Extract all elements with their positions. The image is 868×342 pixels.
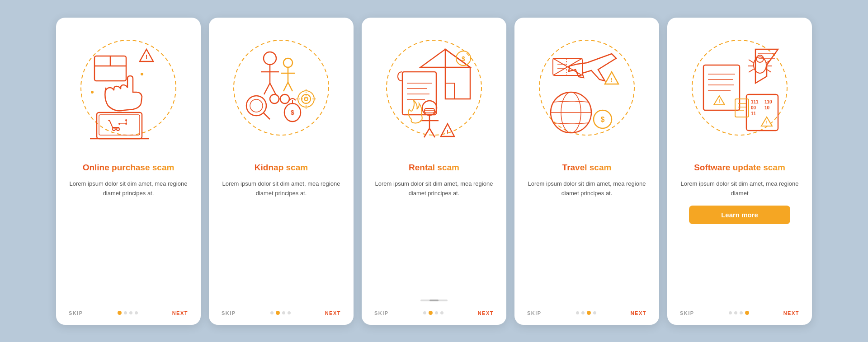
svg-rect-7: [99, 115, 140, 135]
dot-1: [270, 311, 274, 314]
card-4-dots: [576, 311, 596, 315]
svg-point-9: [117, 128, 119, 131]
svg-text:$: $: [601, 116, 605, 123]
card-2-next[interactable]: NEXT: [325, 310, 341, 316]
svg-line-82: [749, 60, 754, 63]
card-3-illustration: $ !: [362, 18, 506, 158]
card-1-footer: SKIP NEXT: [56, 304, 201, 325]
svg-text:!: !: [718, 98, 720, 104]
card-5-next[interactable]: NEXT: [783, 310, 799, 316]
svg-text:!: !: [766, 120, 768, 125]
svg-text:111: 111: [751, 99, 759, 104]
dot-4: [745, 311, 749, 315]
card-5-skip[interactable]: SKIP: [680, 310, 694, 316]
card-4-next[interactable]: NEXT: [631, 310, 646, 316]
card-online-purchase: !: [56, 18, 201, 325]
card-5-title: Software update scam: [694, 162, 785, 173]
card-1-text: Lorem ipsum dolor sit dim amet, mea regi…: [69, 179, 188, 198]
card-3-title: Rental scam: [409, 162, 459, 173]
svg-line-84: [749, 69, 754, 72]
card-3-skip[interactable]: SKIP: [374, 310, 389, 316]
svg-point-17: [91, 91, 94, 94]
card-4-text: Lorem ipsum dolor sit dim amet, mea regi…: [527, 179, 646, 198]
svg-point-0: [81, 40, 176, 135]
card-3-text: Lorem ipsum dolor sit dim amet, mea regi…: [374, 179, 494, 198]
learn-more-button[interactable]: Learn more: [689, 206, 790, 224]
svg-point-16: [141, 73, 143, 75]
svg-line-28: [288, 82, 292, 91]
svg-line-59: [424, 128, 429, 137]
dot-4: [288, 311, 291, 314]
card-2-footer: SKIP NEXT: [209, 304, 354, 325]
svg-point-10: [118, 123, 120, 125]
card-1-content: Online purchase scam Lorem ipsum dolor s…: [56, 158, 201, 304]
dot-1: [576, 311, 579, 314]
svg-point-63: [539, 40, 634, 135]
card-2-content: Kidnap scam Lorem ipsum dolor sit dim am…: [209, 158, 354, 304]
dot-3: [587, 311, 591, 315]
svg-line-22: [264, 83, 270, 94]
card-kidnap: $ Kidnap scam Lorem ipsum dolor sit dim …: [209, 18, 354, 325]
card-1-next[interactable]: NEXT: [172, 310, 188, 316]
dot-2: [734, 311, 737, 314]
svg-text:$: $: [462, 55, 465, 62]
svg-text:!: !: [611, 76, 613, 83]
card-4-footer: SKIP NEXT: [514, 304, 659, 325]
card-2-dots: [270, 311, 291, 315]
svg-text:!: !: [447, 129, 448, 136]
svg-point-19: [264, 52, 276, 65]
svg-line-60: [429, 128, 435, 137]
card-1-dots: [118, 311, 138, 315]
svg-line-27: [283, 82, 288, 91]
svg-point-29: [246, 96, 266, 116]
card-2-title: Kidnap scam: [255, 162, 308, 173]
card-5-dots: [729, 311, 749, 315]
dot-3: [129, 311, 132, 314]
svg-text:$: $: [291, 109, 294, 116]
dot-2: [429, 311, 433, 315]
card-5-text: Lorem ipsum dolor sit dim amet, mea regi…: [680, 179, 799, 198]
svg-rect-46: [445, 83, 454, 99]
card-2-text: Lorem ipsum dolor sit dim amet, mea regi…: [222, 179, 341, 198]
dot-1: [423, 311, 426, 314]
svg-line-31: [264, 113, 270, 119]
svg-text:!: !: [146, 53, 148, 61]
card-3-scrollbar: [420, 300, 448, 301]
dot-4: [440, 311, 443, 314]
svg-point-40: [270, 94, 279, 103]
svg-point-81: [756, 55, 764, 62]
card-5-content: Software update scam Lorem ipsum dolor s…: [667, 158, 812, 304]
svg-marker-44: [445, 49, 470, 99]
dot-3: [282, 311, 285, 314]
cards-container: !: [38, 4, 830, 338]
svg-line-23: [270, 83, 276, 94]
svg-point-8: [113, 128, 115, 131]
card-3-next[interactable]: NEXT: [478, 310, 494, 316]
card-4-skip[interactable]: SKIP: [527, 310, 542, 316]
dot-1: [118, 311, 122, 315]
dot-2: [276, 311, 280, 315]
dot-1: [729, 311, 732, 314]
card-1-skip[interactable]: SKIP: [69, 310, 83, 316]
dot-3: [435, 311, 438, 314]
dot-4: [593, 311, 596, 314]
card-travel: $ ! Travel scam Lorem ipsum dolor sit di…: [514, 18, 659, 325]
svg-text:00: 00: [751, 105, 756, 110]
card-1-title: Online purchase scam: [83, 162, 175, 173]
svg-text:10: 10: [764, 105, 770, 110]
card-5-illustration: ! 111 110 00 10 11 !: [667, 18, 812, 158]
card-3-content: Rental scam Lorem ipsum dolor sit dim am…: [362, 158, 506, 300]
card-1-illustration: !: [56, 18, 201, 158]
card-2-illustration: $: [209, 18, 354, 158]
card-4-content: Travel scam Lorem ipsum dolor sit dim am…: [514, 158, 659, 304]
card-3-dots: [423, 311, 443, 315]
card-5-footer: SKIP NEXT: [667, 304, 812, 325]
svg-point-41: [280, 94, 289, 103]
card-2-skip[interactable]: SKIP: [222, 310, 236, 316]
svg-point-30: [250, 99, 263, 112]
svg-rect-88: [703, 65, 740, 110]
card-3-footer: SKIP NEXT: [362, 304, 506, 325]
svg-point-35: [298, 91, 314, 107]
card-rental: $ !: [362, 18, 506, 325]
dot-2: [581, 311, 585, 314]
